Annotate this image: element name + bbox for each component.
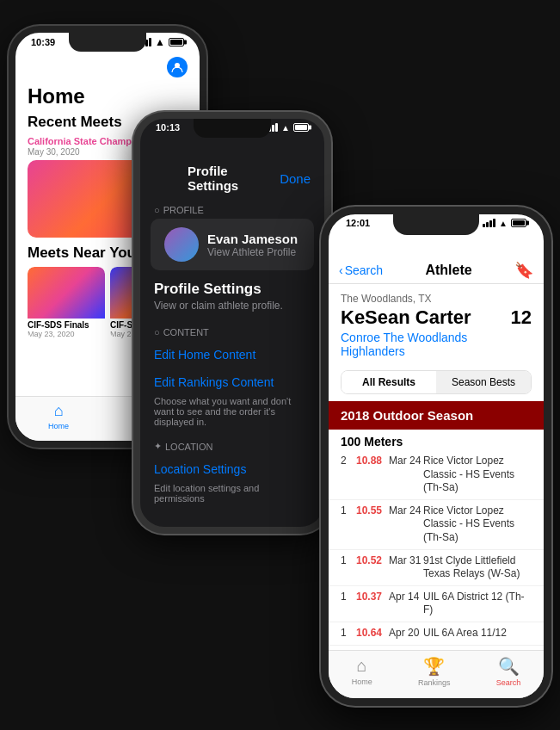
phone2-location-label: LOCATION <box>165 442 212 452</box>
phone3-tab-season-bests[interactable]: Season Bests <box>436 371 531 393</box>
phone3-athlete-header: The Woodlands, TX KeSean Carter 12 Conro… <box>329 284 544 363</box>
phone3-athlete-number: 12 <box>511 306 532 329</box>
phone1-battery-icon <box>169 38 184 46</box>
phone1-home-icon: ⌂ <box>54 402 64 420</box>
phone3-wifi-icon: ▲ <box>499 219 508 228</box>
result-meet: Rice Victor Lopez Classic - HS Events (T… <box>423 455 532 495</box>
result-date: Mar 24 <box>389 504 423 517</box>
phone1-recent-title: Recent Meets <box>28 114 122 131</box>
phone3-athlete-location: The Woodlands, TX <box>341 293 532 305</box>
phone2-settings-desc: View or claim athlete profile. <box>140 300 324 320</box>
result-meet: UIL 6A District 12 (Th-F) <box>423 591 532 617</box>
phone1-nearby-card1-img <box>28 267 105 319</box>
result-meet: UIL 6A Area 11/12 <box>423 627 532 640</box>
phone1-nearby-card1[interactable]: CIF-SDS Finals May 23, 2020 <box>28 267 105 338</box>
result-time: 10.55 <box>356 504 389 517</box>
phone3-battery-icon <box>511 219 526 227</box>
phone3-nav: ‹ Search Athlete 🔖 <box>329 257 544 284</box>
phone2-avatar <box>164 227 199 262</box>
phone1-tab-home[interactable]: ⌂ Home <box>48 402 69 430</box>
phone2-settings-title: Profile Settings <box>140 270 324 300</box>
phone3-chevron-icon: ‹ <box>339 263 343 277</box>
profile-icon[interactable] <box>167 76 188 77</box>
result-time: 10.64 <box>356 627 389 639</box>
phone3-back-button[interactable]: ‹ Search <box>339 263 383 277</box>
result-time: 10.88 <box>356 455 389 467</box>
phone3-result-row[interactable]: 1 10.64 Apr 20 UIL 6A Area 11/12 <box>329 622 544 646</box>
phone2-profile-subtitle: View Athlete Profile <box>207 246 298 258</box>
result-place: 1 <box>341 627 356 639</box>
phone3-tab-home[interactable]: ⌂ Home <box>352 656 372 686</box>
phone1-time: 10:39 <box>31 37 55 47</box>
phone3-tab-all-results[interactable]: All Results <box>342 371 436 393</box>
phone3-device: 12:01 ▲ ‹ Search Athlete 🔖 The Woodlands… <box>321 207 551 706</box>
phone2-profile-section-header: ○ PROFILE <box>140 198 324 219</box>
phone2-time: 10:13 <box>156 122 180 133</box>
phone1-nearby1-date: May 23, 2020 <box>28 330 105 338</box>
phone2-profile-section-label: PROFILE <box>163 205 204 215</box>
phone3-home-label: Home <box>352 677 372 686</box>
result-meet: Rice Victor Lopez Classic - HS Events (T… <box>423 504 532 545</box>
phone1-wifi-icon: ▲ <box>155 36 165 48</box>
phone3-search-label: Search <box>496 678 521 687</box>
phone2-nav-title: Profile Settings <box>188 164 280 193</box>
result-time: 10.37 <box>356 591 389 603</box>
phone2-location-link[interactable]: Location Settings <box>140 455 324 483</box>
phone2-location-section-header: ✦ LOCATION <box>140 434 324 455</box>
result-meet: 91st Clyde Littlefield Texas Relays (W-S… <box>423 554 532 581</box>
phone2-edit-home-link[interactable]: Edit Home Content <box>140 341 324 368</box>
phone2-profile-section-icon: ○ <box>154 205 160 215</box>
phone3-rankings-icon: 🏆 <box>423 656 445 677</box>
phone2-profile-info: Evan Jameson View Athlete Profile <box>207 232 298 258</box>
phone2-location-desc: Edit location settings and permissions <box>140 483 324 510</box>
phone3-result-row[interactable]: 1 10.55 Mar 24 Rice Victor Lopez Classic… <box>329 500 544 550</box>
phone1-notch <box>69 33 146 52</box>
phone2-content-label: CONTENT <box>163 327 209 337</box>
phone3-back-label: Search <box>345 263 383 277</box>
phone3-athlete-name: KeSean Carter <box>341 306 471 329</box>
phone3-results-tabs: All Results Season Bests <box>341 370 532 394</box>
phone2-location-icon: ✦ <box>154 441 162 452</box>
result-date: Apr 14 <box>389 591 423 603</box>
phone3-athlete-name-row: KeSean Carter 12 <box>341 306 532 329</box>
phone3-time: 12:01 <box>346 218 370 228</box>
phone3-search-icon: 🔍 <box>498 656 520 677</box>
phone2-battery-icon <box>293 123 309 132</box>
result-place: 2 <box>341 455 356 467</box>
phone1-home-title: Home <box>28 84 188 108</box>
phone2-edit-desc: Choose what you want and don't want to s… <box>140 396 324 434</box>
phone2-done-button[interactable]: Done <box>280 171 311 186</box>
phone2-edit-rankings-link[interactable]: Edit Rankings Content <box>140 368 324 396</box>
phone3-tab-bar: ⌂ Home 🏆 Rankings 🔍 Search <box>329 650 544 698</box>
phone3-season-banner: 2018 Outdoor Season <box>329 401 544 430</box>
result-date: Mar 24 <box>389 455 423 467</box>
phone3-results-list: 2 10.88 Mar 24 Rice Victor Lopez Classic… <box>329 450 544 646</box>
phone3-school-line2: Highlanders <box>341 344 405 358</box>
phone2-profile-row[interactable]: Evan Jameson View Athlete Profile <box>151 219 314 270</box>
result-date: Apr 20 <box>389 627 423 639</box>
phone3-tab-search[interactable]: 🔍 Search <box>496 656 521 687</box>
result-time: 10.52 <box>356 554 389 566</box>
result-date: Mar 31 <box>389 554 423 566</box>
phone3-home-icon: ⌂ <box>357 656 367 676</box>
phone3-notch <box>393 214 479 235</box>
phone3-event-title: 100 Meters <box>329 430 544 450</box>
phone3-result-row[interactable]: 1 10.37 Apr 14 UIL 6A District 12 (Th-F) <box>329 586 544 622</box>
phone3-result-row[interactable]: 2 10.88 Mar 24 Rice Victor Lopez Classic… <box>329 450 544 500</box>
phone2-profile-name: Evan Jameson <box>207 232 298 246</box>
phone2-device: 10:13 ▲ Profile Settings Done ○ PROFILE … <box>133 112 331 534</box>
phone1-nearby1-label: CIF-SDS Finals <box>28 320 105 330</box>
phone2-content-section-header: ○ CONTENT <box>140 320 324 341</box>
phone3-nav-title: Athlete <box>425 263 471 278</box>
phone3-bookmark-icon[interactable]: 🔖 <box>514 261 533 280</box>
result-place: 1 <box>341 554 356 566</box>
phone2-nav: Profile Settings Done <box>140 158 324 198</box>
phone3-result-row[interactable]: 1 10.52 Mar 31 91st Clyde Littlefield Te… <box>329 550 544 586</box>
phone3-school-line1: Conroe The Woodlands <box>341 331 467 344</box>
phone3-athlete-school: Conroe The Woodlands Highlanders <box>341 331 532 358</box>
phone2-notch <box>194 119 271 138</box>
phone2-wifi-icon: ▲ <box>281 123 290 133</box>
phone2-content-icon: ○ <box>154 327 160 337</box>
phone3-rankings-label: Rankings <box>418 678 451 687</box>
phone3-tab-rankings[interactable]: 🏆 Rankings <box>418 656 451 687</box>
